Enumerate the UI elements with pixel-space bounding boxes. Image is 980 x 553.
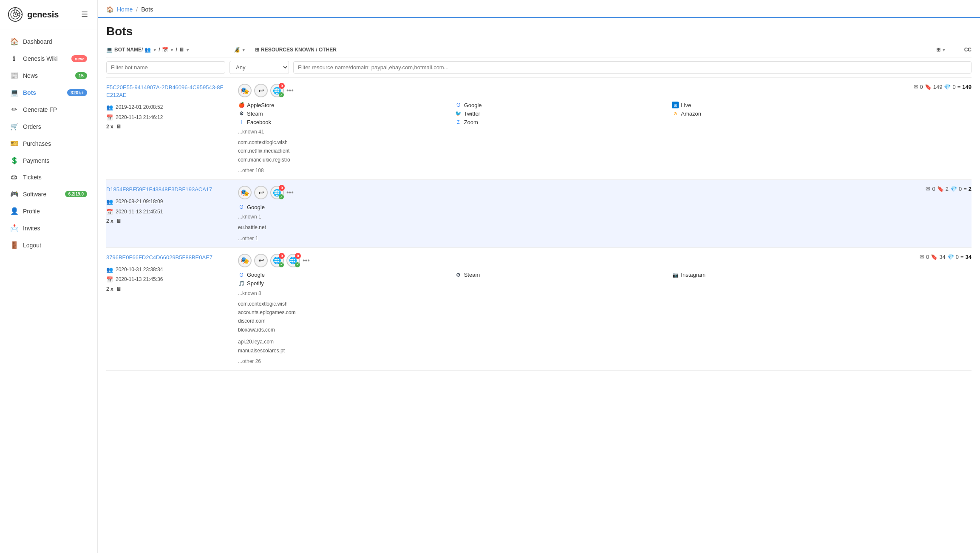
sidebar-item-profile[interactable]: 👤 Profile	[3, 203, 95, 219]
sidebar-label-tickets: Tickets	[23, 174, 87, 181]
diamond-icon-2: 💎	[950, 186, 957, 192]
zoom-logo: Z	[455, 119, 462, 125]
resource-filter-select[interactable]: Any	[229, 61, 289, 74]
other-domains-3b: api.20.leya.com manuaisescolares.pt	[238, 337, 882, 355]
col-header-botname: 💻 BOT NAME/ 👥 ▼ / 📅 ▼ / 🖥 ▼	[106, 47, 234, 53]
info-icon: ℹ	[10, 54, 18, 62]
steam-logo-3: ⚙	[455, 272, 462, 278]
bot-id-link-3[interactable]: 3796BE0F66FD2C4D66029B5F88BE0AE7	[106, 254, 227, 261]
steam-logo: ⚙	[238, 110, 245, 117]
grid-icon: ⊞	[255, 47, 259, 53]
genesis-logo-icon	[8, 7, 23, 22]
monitor-meta-icon: 🖥	[116, 122, 121, 132]
resource-google-2: G Google	[238, 204, 448, 210]
known-count-1: ...known 41	[238, 129, 882, 135]
table-row: D1854F8BF59E1F43848E3DBF193ACA17 👥 2020-…	[106, 180, 972, 247]
sidebar-item-invites[interactable]: 📩 Invites	[3, 220, 95, 236]
sidebar-item-news[interactable]: 📰 News 15	[3, 67, 95, 84]
bot-id-link-1[interactable]: F5C20E55-9414907A-2DB46096-4C959543-8FE2…	[106, 84, 227, 99]
profile-icon: 👤	[10, 207, 18, 215]
instagram-logo-3: 📷	[672, 272, 679, 278]
count-row-3: ✉ 0 🔖 34 💎 0 = 34	[891, 254, 972, 260]
mask-icon-3: 🎭	[238, 254, 252, 267]
bot-info-2: D1854F8BF59E1F43848E3DBF193ACA17 👥 2020-…	[106, 186, 234, 226]
user-circle-icon-3a: 🌐 0 ✓	[270, 254, 284, 267]
badge-green-1: ✓	[279, 92, 284, 97]
bookmark-icon-3: 🔖	[931, 254, 938, 260]
sidebar-item-tickets[interactable]: 🎟 Tickets	[3, 169, 95, 185]
badge-red-3b: 0	[295, 253, 301, 259]
orders-icon: 🛒	[10, 122, 18, 130]
software-icon: 🎮	[10, 190, 18, 198]
other-domains-1: com.contextlogic.wish com.netflix.mediac…	[238, 138, 882, 164]
breadcrumb-home-link[interactable]: Home	[117, 6, 133, 13]
twitter-logo: 🐦	[455, 110, 462, 117]
more-options-3[interactable]: •••	[303, 257, 310, 264]
hamburger-button[interactable]: ☰	[79, 8, 90, 21]
resource-facebook: f Facebook	[238, 119, 448, 125]
sidebar-item-payments[interactable]: 💲 Payments	[3, 152, 95, 169]
monitor-meta-icon-3: 🖥	[116, 285, 121, 294]
sidebar-item-generate-fp[interactable]: ✏ Generate FP	[3, 101, 95, 118]
monitor-icon: 🖥	[179, 47, 184, 53]
bot-info-1: F5C20E55-9414907A-2DB46096-4C959543-8FE2…	[106, 84, 234, 132]
other-domains-3: com.contextlogic.wish accounts.epicgames…	[238, 300, 882, 335]
col-header-counts: ⊞ ▼	[861, 47, 946, 53]
bot-resources-2: 🎭 ↩ 🌐 0 ✓ ••• G Google ...known 1	[234, 186, 887, 241]
email-icon-3: ✉	[920, 254, 924, 260]
news-icon: 📰	[10, 71, 18, 79]
col-header-cc: CC	[946, 47, 972, 53]
col-header-fingerprint: 🔏 ▼	[234, 47, 255, 53]
bot-counts-3: ✉ 0 🔖 34 💎 0 = 34	[887, 254, 972, 262]
sidebar-label-software: Software	[23, 191, 60, 198]
logout-icon: 🚪	[10, 241, 18, 249]
bot-name-filter-input[interactable]	[106, 61, 225, 74]
counts-icon: ⊞	[936, 47, 940, 53]
other-count-2: ...other 1	[238, 235, 882, 241]
dashboard-icon: 🏠	[10, 37, 18, 45]
resource-live: ⊞ Live	[672, 102, 882, 108]
more-options-1[interactable]: •••	[286, 87, 294, 94]
sidebar-label-news: News	[23, 72, 70, 79]
sidebar-nav: 🏠 Dashboard ℹ Genesis Wiki new 📰 News 15…	[0, 29, 97, 257]
badge-green-3b: ✓	[295, 262, 300, 267]
resource-name-filter-input[interactable]	[293, 61, 972, 74]
sidebar-item-logout[interactable]: 🚪 Logout	[3, 237, 95, 253]
sidebar-label-invites: Invites	[23, 225, 87, 232]
bot-meta-1: 👥 2019-12-01 20:08:52 📅 2020-11-13 21:46…	[106, 102, 227, 131]
calendar-meta-icon-3: 📅	[106, 275, 113, 284]
sidebar-item-software[interactable]: 🎮 Software 6.2|19.0	[3, 186, 95, 202]
tickets-icon: 🎟	[10, 173, 18, 181]
calendar-icon: 📅	[162, 47, 168, 53]
app-name: genesis	[27, 10, 59, 20]
bots-table: 💻 BOT NAME/ 👥 ▼ / 📅 ▼ / 🖥 ▼ 🔏 ▼ ⊞	[98, 43, 980, 553]
other-domains-2: eu.battle.net	[238, 223, 882, 232]
calendar-meta-icon: 📅	[106, 113, 113, 122]
breadcrumb-current: Bots	[141, 6, 153, 13]
sidebar-item-bots[interactable]: 💻 Bots 320k+	[3, 84, 95, 101]
sidebar-item-orders[interactable]: 🛒 Orders	[3, 118, 95, 135]
user-circle-icon-3b: 🌐 0 ✓	[286, 254, 300, 267]
bot-id-link-2[interactable]: D1854F8BF59E1F43848E3DBF193ACA17	[106, 186, 227, 193]
other-count-1: ...other 108	[238, 167, 882, 173]
sidebar: genesis ☰ 🏠 Dashboard ℹ Genesis Wiki new…	[0, 0, 98, 553]
apple-logo: 🍎	[238, 102, 245, 108]
sidebar-item-dashboard[interactable]: 🏠 Dashboard	[3, 33, 95, 50]
sidebar-item-genesis-wiki[interactable]: ℹ Genesis Wiki new	[3, 50, 95, 67]
count-row-2: ✉ 0 🔖 2 💎 0 = 2	[891, 186, 972, 192]
resource-steam-3: ⚙ Steam	[455, 272, 666, 278]
purchases-icon: 🎫	[10, 139, 18, 147]
bookmark-icon-1: 🔖	[925, 84, 932, 90]
user-circle-icon-2: 🌐 0 ✓	[270, 186, 284, 199]
reply-icon-3: ↩	[254, 254, 268, 267]
bots-icon: 💻	[10, 88, 18, 96]
badge-red-1: 0	[279, 83, 285, 89]
resources-grid-3: G Google ⚙ Steam 📷 Instagram 🎵 Spotify	[238, 272, 882, 287]
resource-instagram-3: 📷 Instagram	[672, 272, 882, 278]
amazon-logo: a	[672, 110, 679, 117]
people-icon: 👥	[144, 47, 151, 53]
sidebar-item-purchases[interactable]: 🎫 Purchases	[3, 135, 95, 152]
facebook-logo: f	[238, 119, 245, 125]
google-logo: G	[455, 102, 462, 108]
more-options-2[interactable]: •••	[286, 189, 294, 196]
